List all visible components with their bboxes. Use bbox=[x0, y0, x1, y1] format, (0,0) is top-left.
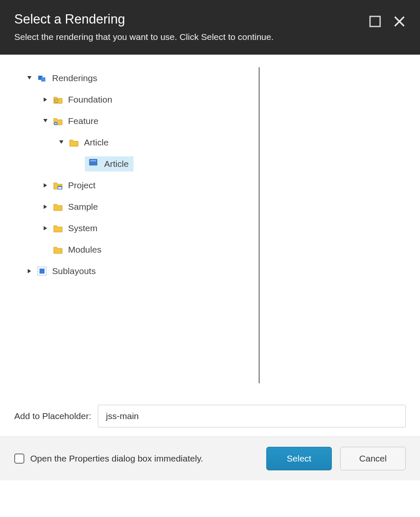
folder-plus-icon bbox=[53, 116, 63, 126]
open-properties-label: Open the Properties dialog box immediate… bbox=[30, 454, 203, 464]
tree-label: Article bbox=[84, 137, 108, 148]
close-button[interactable] bbox=[393, 15, 406, 28]
svg-marker-20 bbox=[28, 269, 31, 273]
svg-rect-0 bbox=[370, 16, 380, 26]
tree-label: Article bbox=[104, 159, 129, 169]
expander-icon[interactable] bbox=[57, 138, 66, 147]
tree-node-feature[interactable]: Feature bbox=[25, 110, 255, 132]
svg-rect-5 bbox=[41, 77, 45, 82]
tree-node-article-folder[interactable]: Article bbox=[25, 132, 255, 153]
dialog-header: Select a Rendering Select the rendering … bbox=[0, 0, 420, 55]
tree-label: Renderings bbox=[52, 73, 97, 83]
folder-icon bbox=[53, 223, 63, 233]
tree-label: System bbox=[68, 223, 97, 233]
select-button[interactable]: Select bbox=[266, 447, 332, 470]
svg-marker-6 bbox=[44, 98, 47, 102]
tree-label: Sublayouts bbox=[52, 266, 96, 276]
expander-icon[interactable] bbox=[41, 95, 50, 104]
expander-icon[interactable] bbox=[41, 117, 50, 125]
tree-node-foundation[interactable]: Foundation bbox=[25, 89, 255, 110]
tree-node-modules[interactable]: Modules bbox=[25, 239, 255, 260]
svg-marker-19 bbox=[44, 226, 47, 230]
tree-label: Foundation bbox=[68, 95, 112, 105]
tree-label: Sample bbox=[68, 202, 98, 212]
folder-icon bbox=[53, 245, 63, 255]
puzzle-icon bbox=[37, 73, 47, 83]
renderings-tree: Renderings Foundation bbox=[25, 67, 255, 282]
folder-icon bbox=[53, 202, 63, 212]
tree-node-sublayouts[interactable]: Sublayouts bbox=[25, 260, 255, 282]
placeholder-label: Add to Placeholder: bbox=[14, 411, 91, 421]
sublayout-icon bbox=[37, 266, 47, 276]
expander-icon[interactable] bbox=[25, 267, 34, 275]
svg-marker-3 bbox=[27, 76, 32, 79]
svg-rect-22 bbox=[39, 269, 45, 274]
tree-node-renderings[interactable]: Renderings bbox=[25, 67, 255, 89]
placeholder-row: Add to Placeholder: bbox=[0, 396, 420, 436]
svg-marker-12 bbox=[59, 140, 63, 144]
dialog-footer: Open the Properties dialog box immediate… bbox=[0, 436, 420, 480]
tree-node-article-item[interactable]: Article bbox=[25, 153, 255, 174]
tree-node-project[interactable]: Project bbox=[25, 174, 255, 196]
dialog-subtitle: Select the rendering that you want to us… bbox=[14, 32, 406, 42]
rendering-icon bbox=[89, 159, 99, 169]
svg-rect-14 bbox=[90, 160, 96, 161]
svg-rect-17 bbox=[58, 186, 62, 187]
header-controls bbox=[369, 15, 406, 28]
open-properties-option[interactable]: Open the Properties dialog box immediate… bbox=[14, 454, 266, 464]
close-icon bbox=[393, 15, 406, 28]
tree-node-system[interactable]: System bbox=[25, 217, 255, 239]
expander-icon[interactable] bbox=[25, 74, 34, 82]
expander-icon[interactable] bbox=[41, 181, 50, 190]
svg-marker-15 bbox=[44, 183, 47, 187]
tree-label: Modules bbox=[68, 245, 101, 255]
tree-label: Project bbox=[68, 180, 95, 190]
dialog-body: Renderings Foundation bbox=[0, 55, 420, 396]
cancel-button[interactable]: Cancel bbox=[340, 447, 406, 470]
tree-node-sample[interactable]: Sample bbox=[25, 196, 255, 217]
dialog-title: Select a Rendering bbox=[14, 12, 406, 27]
folder-window-icon bbox=[53, 180, 63, 190]
svg-marker-8 bbox=[43, 119, 47, 122]
maximize-button[interactable] bbox=[369, 15, 381, 28]
folder-icon bbox=[69, 137, 79, 148]
tree-label: Feature bbox=[68, 116, 98, 126]
placeholder-input[interactable] bbox=[98, 405, 406, 427]
tree-panel: Renderings Foundation bbox=[25, 67, 260, 383]
folder-gear-icon bbox=[53, 95, 63, 105]
expander-icon[interactable] bbox=[41, 224, 50, 232]
open-properties-checkbox[interactable] bbox=[14, 454, 24, 464]
maximize-icon bbox=[369, 15, 381, 28]
svg-marker-18 bbox=[44, 205, 47, 209]
expander-icon[interactable] bbox=[41, 203, 50, 211]
